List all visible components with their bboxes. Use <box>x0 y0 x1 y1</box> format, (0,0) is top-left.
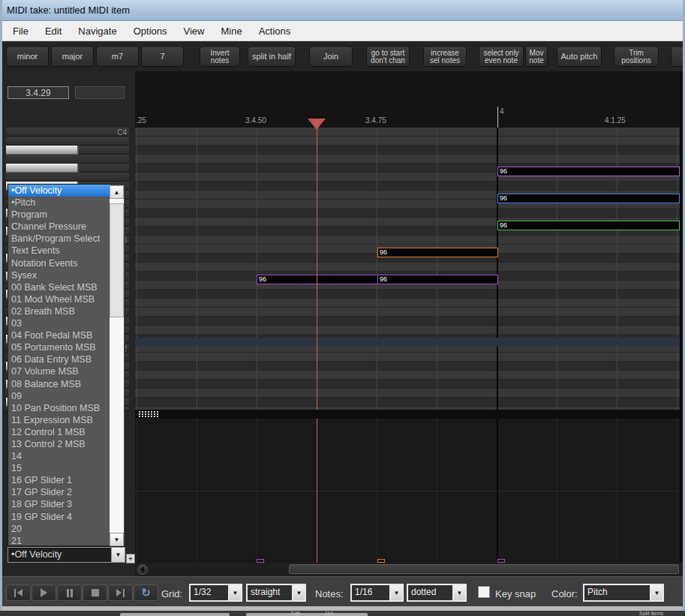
cc-list-item[interactable]: 01 Mod Wheel MSB <box>8 293 110 305</box>
lane-divider[interactable] <box>135 410 685 419</box>
cc-list-item[interactable]: 18 GP Slider 3 <box>8 498 110 510</box>
cc-list-item[interactable]: 16 GP Slider 1 <box>8 474 110 486</box>
cc-list-item[interactable]: 06 Data Entry MSB <box>8 353 110 365</box>
chevron-down-icon[interactable]: ▼ <box>111 548 125 562</box>
cc-list-item[interactable]: Program <box>8 209 110 221</box>
piano-key-white[interactable]: C4 <box>6 128 129 137</box>
cc-list-item[interactable]: 08 Balance MSB <box>8 378 110 390</box>
piano-key-black[interactable] <box>6 164 129 173</box>
color-mode-dropdown[interactable]: Pitch ▼ <box>583 584 664 602</box>
cc-list-item[interactable]: 20 <box>8 523 110 535</box>
toolbar-button-m7[interactable]: m7 <box>96 47 139 67</box>
cc-list-item[interactable]: 17 GP Slider 2 <box>8 486 110 498</box>
cc-list-item[interactable]: Bank/Program Select <box>8 233 110 245</box>
go-to-end-button[interactable] <box>108 584 133 601</box>
notes-size-dropdown[interactable]: 1/16 ▼ <box>350 584 404 602</box>
cc-list-item[interactable]: 07 Volume MSB <box>8 365 110 377</box>
menu-mine[interactable]: Mine <box>212 23 250 40</box>
menu-edit[interactable]: Edit <box>37 23 70 40</box>
cc-list-item[interactable]: 19 GP Slider 4 <box>8 511 110 523</box>
note-velocity-label: 96 <box>498 194 679 203</box>
menu-navigate[interactable]: Navigate <box>70 23 125 40</box>
toolbar-button-select-only-even-note[interactable]: select only even note <box>479 47 524 67</box>
cc-list-scrollbar[interactable]: ▲ ▼ <box>110 185 124 546</box>
menu-options[interactable]: Options <box>125 23 176 40</box>
cc-list-item[interactable]: •Pitch <box>8 197 110 209</box>
midi-note[interactable]: 96 <box>497 167 680 176</box>
play-button[interactable] <box>32 584 56 601</box>
chevron-down-icon[interactable]: ▼ <box>452 585 465 600</box>
midi-note[interactable]: 96 <box>377 275 498 284</box>
piano-key-black-cap[interactable] <box>6 164 79 173</box>
cc-list-item[interactable]: 09 <box>8 390 110 402</box>
secondary-display[interactable] <box>75 86 125 99</box>
piano-key-white[interactable] <box>6 155 129 164</box>
toolbar-button-increase-sel-notes[interactable]: increase sel notes <box>423 47 467 67</box>
piano-key-black-cap[interactable] <box>6 146 79 155</box>
cc-list-item[interactable]: •Off Velocity <box>8 185 110 197</box>
cc-list-item[interactable]: 05 Portamento MSB <box>8 341 110 353</box>
title-bar[interactable]: MIDI take: untitled MIDI item <box>0 0 685 21</box>
chevron-down-icon[interactable]: ▼ <box>228 585 241 600</box>
cc-lane[interactable] <box>135 419 680 563</box>
repeat-button[interactable]: ↻ <box>134 584 158 601</box>
position-display[interactable]: 3.4.29 <box>8 86 69 99</box>
piano-key-black[interactable] <box>6 146 129 155</box>
hscroll-thumb[interactable] <box>289 564 679 574</box>
cc-list-item[interactable]: 12 Control 1 MSB <box>8 426 110 438</box>
grid-size-dropdown[interactable]: 1/32 ▼ <box>189 584 242 602</box>
drag-handle-icon[interactable] <box>139 411 158 417</box>
cc-list-item[interactable]: 02 Breath MSB <box>8 305 110 317</box>
toolbar-button-trim-positions[interactable]: Trim positions <box>614 47 659 67</box>
cc-list-item[interactable]: 03 <box>8 317 110 329</box>
cc-list-item[interactable]: 11 Expression MSB <box>8 414 110 426</box>
menu-view[interactable]: View <box>175 23 212 40</box>
midi-note[interactable]: 96 <box>257 275 378 284</box>
chevron-down-icon[interactable]: ▼ <box>389 585 402 600</box>
midi-note[interactable]: 96 <box>497 194 680 203</box>
scroll-thumb[interactable] <box>110 203 124 317</box>
key-snap-checkbox[interactable] <box>478 586 490 598</box>
toolbar-button-major[interactable]: major <box>51 47 94 67</box>
chevron-down-icon[interactable]: ▼ <box>292 585 305 600</box>
cc-list-item[interactable]: 14 <box>8 450 110 462</box>
toolbar-button-7[interactable]: 7 <box>141 47 184 67</box>
midi-note[interactable]: 96 <box>497 221 680 230</box>
cc-list-item[interactable]: 15 <box>8 462 110 474</box>
horizontal-scrollbar[interactable] <box>135 563 685 576</box>
notes-shape-dropdown[interactable]: dotted ▼ <box>407 584 467 602</box>
pause-button[interactable] <box>57 584 82 601</box>
cc-list-item[interactable]: 04 Foot Pedal MSB <box>8 329 110 341</box>
cc-lane-selector[interactable]: •Off Velocity ▼ <box>8 547 125 563</box>
scroll-down-icon[interactable]: ▼ <box>110 533 124 546</box>
add-cc-lane-button[interactable]: + <box>126 554 135 563</box>
cc-list-item[interactable]: 13 Control 2 MSB <box>8 438 110 450</box>
cc-list-item[interactable]: 10 Pan Position MSB <box>8 402 110 414</box>
toolbar-button-invert-notes[interactable]: Invert notes <box>200 47 240 67</box>
menu-file[interactable]: File <box>5 23 37 40</box>
toolbar-button-mov-note[interactable]: Mov note <box>525 47 548 67</box>
cc-list-item[interactable]: 00 Bank Select MSB <box>8 281 110 293</box>
toolbar-button-auto-pitch[interactable]: Auto pitch <box>557 47 602 67</box>
midi-note[interactable]: 96 <box>377 248 498 257</box>
menu-actions[interactable]: Actions <box>251 23 299 40</box>
go-to-start-button[interactable] <box>6 584 31 601</box>
gridline <box>557 419 557 563</box>
stop-button[interactable] <box>83 584 107 601</box>
toolbar-button-join[interactable]: Join <box>309 47 353 67</box>
grid-shape-dropdown[interactable]: straight ▼ <box>246 584 306 602</box>
scroll-up-icon[interactable]: ▲ <box>110 185 124 199</box>
cc-list-item[interactable]: Notation Events <box>8 257 110 269</box>
toolbar-button-split-in-half[interactable]: split in half <box>248 47 296 67</box>
cc-list-item[interactable]: Text Events <box>8 245 110 257</box>
toolbar-button-minor[interactable]: minor <box>6 47 49 67</box>
chevron-down-icon[interactable]: ▼ <box>650 585 662 600</box>
timeline-ruler[interactable]: .253.4.503.4.7544.1.25 <box>135 71 680 128</box>
cc-list-item[interactable]: Channel Pressure <box>8 221 110 233</box>
piano-key-white[interactable] <box>6 173 129 182</box>
cc-list-item[interactable]: 21 <box>8 535 110 547</box>
toolbar-button-go-to-start-don-t-chan[interactable]: go to start don't chan <box>366 47 410 67</box>
cc-list-item[interactable]: Sysex <box>8 269 110 281</box>
piano-key-white[interactable] <box>6 137 129 146</box>
scroll-left-icon[interactable] <box>137 564 148 575</box>
